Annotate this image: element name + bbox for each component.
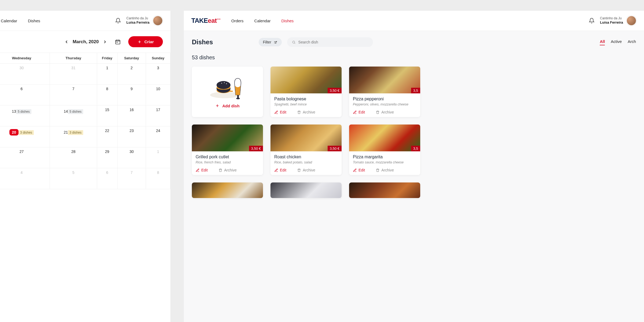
calendar-cell[interactable]: 17: [146, 105, 170, 126]
plus-icon: [215, 104, 219, 108]
calendar-cell[interactable]: 5: [50, 168, 97, 189]
calendar-cell[interactable]: 7: [50, 85, 97, 105]
edit-button[interactable]: Edit: [274, 110, 286, 114]
calendar-cell[interactable]: 23: [117, 126, 146, 147]
day-number: 17: [156, 108, 160, 112]
create-button[interactable]: Criar: [128, 36, 163, 47]
add-dish-card[interactable]: Add dish: [192, 67, 263, 117]
tab-archived[interactable]: Arch: [628, 39, 636, 45]
nav-calendar[interactable]: Calendar: [254, 19, 271, 23]
archive-button[interactable]: Archive: [376, 110, 394, 114]
archive-icon: [297, 110, 301, 114]
day-number: 14: [64, 109, 68, 114]
bell-icon[interactable]: [589, 18, 595, 24]
calendar-cell[interactable]: 6: [0, 85, 50, 105]
nav-dishes[interactable]: Dishes: [281, 19, 294, 23]
day-number: 7: [72, 87, 75, 91]
calendar-cell[interactable]: 30: [117, 147, 146, 168]
day-number: 31: [71, 66, 76, 70]
dish-name: Roast chicken: [274, 155, 338, 159]
calendar-cell[interactable]: 16: [117, 105, 146, 126]
svg-point-9: [217, 81, 230, 89]
tab-active[interactable]: Active: [611, 39, 622, 45]
nav-orders[interactable]: Orders: [231, 19, 244, 23]
chevron-left-icon[interactable]: [64, 39, 69, 44]
dish-name: Pasta bolognese: [274, 97, 338, 101]
bell-icon[interactable]: [115, 18, 121, 24]
edit-button[interactable]: Edit: [274, 168, 286, 172]
calendar-cell[interactable]: 1: [97, 64, 118, 85]
user-menu[interactable]: Cantinho da Ju Luísa Ferreira: [126, 16, 163, 26]
edit-button[interactable]: Edit: [353, 110, 365, 114]
calendar-cell[interactable]: 3: [146, 64, 170, 85]
day-number: 5: [72, 170, 75, 175]
calendar-grid: WednesdayThursdayFridaySaturdaySunday 30…: [0, 53, 170, 189]
dish-image: 3,50 €: [192, 125, 263, 151]
logo-take: TAKE: [191, 17, 208, 24]
nav-dishes[interactable]: Dishes: [28, 19, 40, 23]
day-number: 7: [131, 170, 133, 175]
calendar-cell[interactable]: 1: [146, 147, 170, 168]
archive-label: Archive: [303, 168, 315, 172]
calendar-cell[interactable]: 8: [146, 168, 170, 189]
svg-point-3: [275, 42, 276, 43]
dish-image: 3,50 €: [270, 125, 342, 151]
day-number: 27: [20, 149, 24, 154]
calendar-cell[interactable]: 24: [146, 126, 170, 147]
user-menu[interactable]: Cantinho da Ju Luísa Ferreira: [600, 16, 636, 26]
svg-point-15: [236, 98, 240, 99]
calendar-cell[interactable]: 22: [97, 126, 118, 147]
edit-label: Edit: [280, 168, 286, 172]
archive-button[interactable]: Archive: [297, 168, 315, 172]
search-field[interactable]: [298, 40, 368, 44]
calendar-cell[interactable]: 27: [0, 147, 50, 168]
calendar-icon[interactable]: [115, 39, 121, 45]
calendar-cell[interactable]: 213 dishes: [50, 126, 97, 147]
calendar-cell[interactable]: 2: [117, 64, 146, 85]
dish-image: 3,50 €: [270, 67, 342, 93]
calendar-cell[interactable]: 135 dishes: [0, 105, 50, 126]
weekday-header: Wednesday: [0, 53, 50, 64]
calendar-cell[interactable]: 145 dishes: [50, 105, 97, 126]
archive-button[interactable]: Archive: [218, 168, 237, 172]
month-label: March, 2020: [73, 39, 99, 45]
calendar-cell[interactable]: 8: [97, 85, 118, 105]
day-number: 28: [71, 149, 76, 154]
svg-point-12: [226, 83, 227, 84]
archive-button[interactable]: Archive: [376, 168, 394, 172]
calendar-cell[interactable]: 28: [50, 147, 97, 168]
day-number: 4: [21, 170, 23, 175]
calendar-cell[interactable]: 29: [97, 147, 118, 168]
calendar-cell[interactable]: 7: [117, 168, 146, 189]
add-dish-row: Add dish: [215, 104, 239, 108]
calendar-cell[interactable]: 9: [117, 85, 146, 105]
price-tag: 3,50 €: [328, 146, 342, 151]
tab-all[interactable]: All: [600, 39, 605, 45]
calendar-cell[interactable]: 31: [50, 64, 97, 85]
calendar-cell[interactable]: 203 dishes: [0, 126, 50, 147]
search-icon: [292, 40, 296, 44]
shop-name: Cantinho da Ju: [126, 16, 149, 21]
dish-image: [270, 182, 342, 198]
nav-calendar[interactable]: Calendar: [1, 19, 17, 23]
dish-badge: 5 dishes: [16, 109, 31, 114]
day-number: 29: [105, 149, 109, 154]
archive-button[interactable]: Archive: [297, 110, 315, 114]
dish-desc: Rice, french fries, salad: [196, 160, 259, 164]
calendar-cell[interactable]: 6: [97, 168, 118, 189]
search-input[interactable]: [287, 37, 373, 47]
dishes-screen: TAKEeat᠁ Orders Calendar Dishes Cantinho…: [184, 11, 644, 322]
calendar-cell[interactable]: 30: [0, 64, 50, 85]
filter-button[interactable]: Filter: [259, 38, 282, 46]
day-number: 21: [64, 130, 68, 134]
chevron-right-icon[interactable]: [103, 39, 107, 44]
day-number: 8: [157, 170, 159, 175]
calendar-cell[interactable]: 10: [146, 85, 170, 105]
dish-card-partial: [192, 182, 263, 198]
calendar-cell[interactable]: 15: [97, 105, 118, 126]
edit-button[interactable]: Edit: [196, 168, 208, 172]
edit-label: Edit: [358, 168, 365, 172]
archive-label: Archive: [381, 110, 394, 114]
calendar-cell[interactable]: 4: [0, 168, 50, 189]
edit-button[interactable]: Edit: [353, 168, 365, 172]
